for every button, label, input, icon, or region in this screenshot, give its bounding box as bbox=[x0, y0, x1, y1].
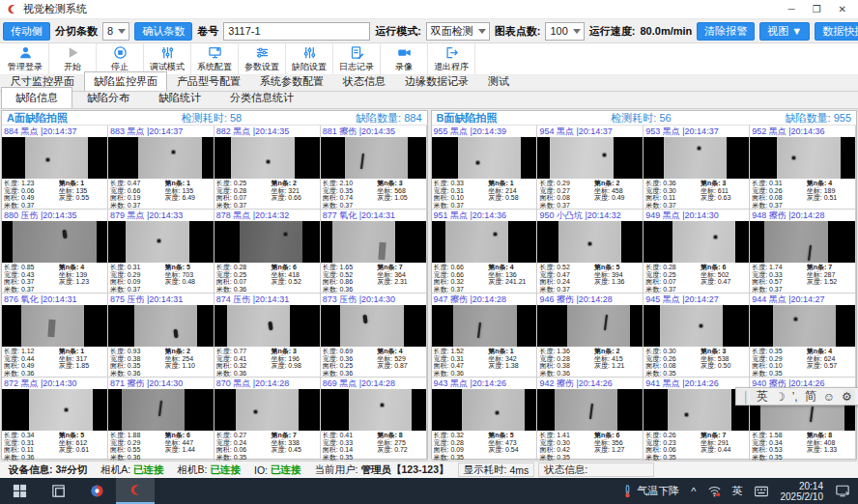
measure-line: 长度: 0.41 bbox=[323, 432, 378, 438]
measure-line: 宽度: 0.35 bbox=[323, 187, 378, 194]
panel-header: A面缺陷拍照检测耗时: 58缺陷数量: 884 bbox=[2, 111, 427, 126]
notification-center-icon[interactable] bbox=[831, 478, 854, 504]
ime-keyboard-icon[interactable] bbox=[750, 478, 773, 504]
defect-cell[interactable]: 883 黑点 |20:14:37长度: 0.47宽度: 0.66面积: 0.19… bbox=[108, 126, 214, 210]
tab-sub-0[interactable]: 缺陷信息 bbox=[1, 87, 72, 108]
defect-cell[interactable]: 941 黑点 |20:14:26长度: 0.26宽度: 0.23面积: 0.06… bbox=[644, 378, 750, 462]
defect-cell[interactable]: 870 黑点 |20:14:28长度: 0.27宽度: 0.24面积: 0.06… bbox=[214, 378, 321, 462]
action-monitor-button[interactable]: 系统配置 bbox=[191, 43, 239, 74]
defect-cell[interactable]: 948 擦伤 |20:14:28长度: 1.74宽度: 0.33面积: 0.57… bbox=[750, 210, 856, 294]
defect-cell[interactable]: 951 黑点 |20:14:36长度: 0.66宽度: 0.66面积: 0.32… bbox=[432, 210, 538, 294]
defect-cell[interactable]: 882 黑点 |20:14:35长度: 0.25宽度: 0.28面积: 0.07… bbox=[214, 126, 321, 210]
tray-expand-caret[interactable]: ^ bbox=[686, 478, 701, 504]
defect-cell[interactable]: 874 压伤 |20:14:31长度: 0.77宽度: 0.41面积: 0.32… bbox=[214, 294, 321, 378]
action-camera-button[interactable]: 录像 bbox=[381, 43, 428, 74]
tab-sub-2[interactable]: 缺陷统计 bbox=[144, 87, 215, 108]
defect-cell[interactable]: 942 擦伤 |20:14:26长度: 1.41宽度: 0.30面积: 0.42… bbox=[537, 378, 644, 462]
defect-position: 第n条: 7坐标: 287灰度: 1.52 bbox=[807, 264, 853, 293]
position-line: 第n条: 6 bbox=[594, 432, 641, 438]
defect-cell[interactable]: 880 压伤 |20:14:35长度: 0.85宽度: 0.43面积: 0.37… bbox=[2, 210, 108, 294]
maximize-button[interactable]: ❐ bbox=[813, 0, 821, 19]
defect-cell[interactable]: 873 压伤 |20:14:30长度: 0.69宽度: 0.36面积: 0.25… bbox=[321, 294, 427, 378]
ime-settings-icon[interactable]: ⚙ bbox=[842, 390, 852, 404]
defect-cell[interactable]: 947 擦伤 |20:14:28长度: 1.52宽度: 0.31面积: 0.47… bbox=[432, 294, 538, 378]
defect-cell[interactable]: 945 黑点 |20:14:27长度: 0.30宽度: 0.26面积: 0.08… bbox=[644, 294, 750, 378]
ime-lang-en[interactable]: 英 bbox=[757, 388, 768, 405]
language-indicator[interactable]: 英 bbox=[728, 478, 748, 504]
position-line: 第n条: 2 bbox=[165, 348, 212, 354]
defect-cell[interactable]: 943 黑点 |20:14:26长度: 0.32宽度: 0.28面积: 0.09… bbox=[432, 378, 538, 462]
minimize-button[interactable]: ─ bbox=[788, 0, 795, 19]
defect-position: 第n条: 8坐标: 275灰度: 0.72 bbox=[377, 432, 423, 461]
action-exit-button[interactable]: 退出程序 bbox=[428, 43, 475, 74]
defect-cell[interactable]: 878 黑点 |20:14:32长度: 0.28宽度: 0.25面积: 0.07… bbox=[214, 210, 321, 294]
action-sliders-v-button[interactable]: 调试模式 bbox=[144, 43, 191, 74]
defect-cell-header: 942 擦伤 |20:14:26 bbox=[537, 378, 643, 389]
defect-cell[interactable]: 944 黑点 |20:14:27长度: 0.35宽度: 0.29面积: 0.10… bbox=[750, 294, 856, 378]
roll-number-input[interactable] bbox=[223, 22, 370, 41]
drive-side-button[interactable]: 传动侧 bbox=[3, 22, 50, 41]
tab-main-4[interactable]: 状态信息 bbox=[333, 71, 395, 91]
ime-moon-icon[interactable]: ☽ bbox=[775, 390, 786, 404]
measure-line: 面积: 0.19 bbox=[110, 194, 165, 201]
run-mode-select[interactable]: 双面检测 bbox=[426, 22, 490, 41]
defect-measures: 长度: 0.28宽度: 0.25面积: 0.07米数: 0.37 bbox=[645, 264, 701, 293]
defect-cell-header: 952 黑点 |20:14:36 bbox=[750, 126, 855, 137]
action-play-button[interactable]: 开始 bbox=[49, 43, 97, 74]
defect-cell[interactable]: 884 黑点 |20:14:37长度: 1.23宽度: 0.06面积: 0.49… bbox=[2, 126, 108, 210]
position-line: 第n条: 8 bbox=[377, 432, 423, 438]
panel-header: B面缺陷拍照检测耗时: 56缺陷数量: 955 bbox=[432, 111, 857, 126]
task-view-button[interactable] bbox=[39, 478, 77, 504]
defect-cell[interactable]: 954 黑点 |20:14:37长度: 0.29宽度: 0.27面积: 0.08… bbox=[537, 126, 644, 210]
defect-cell[interactable]: 875 压伤 |20:14:31长度: 0.93宽度: 0.38面积: 0.35… bbox=[108, 294, 214, 378]
defect-cell[interactable]: 953 黑点 |20:14:37长度: 0.36宽度: 0.30面积: 0.11… bbox=[644, 126, 750, 210]
start-button[interactable] bbox=[0, 478, 39, 504]
action-sliders-h-button[interactable]: 参数设置 bbox=[239, 43, 286, 74]
slit-count-select[interactable]: 8 bbox=[102, 22, 129, 41]
tab-sub-1[interactable]: 缺陷分布 bbox=[72, 87, 144, 108]
data-quick-access-button[interactable]: 数据快捷访问 ▼ bbox=[815, 22, 858, 41]
view-menu-button[interactable]: 视图 ▼ bbox=[759, 22, 810, 41]
close-button[interactable]: ✕ bbox=[839, 0, 846, 19]
weather-widget[interactable]: 气温下降 bbox=[617, 478, 684, 504]
ime-simplified[interactable]: 简 bbox=[805, 388, 816, 405]
defect-cell-info: 长度: 0.47宽度: 0.66面积: 0.19米数: 0.37第n条: 1坐标… bbox=[108, 179, 214, 209]
defect-cell[interactable]: 869 黑点 |20:14:28长度: 0.41宽度: 0.33面积: 0.14… bbox=[321, 378, 427, 462]
defect-cell[interactable]: 881 擦伤 |20:14:35长度: 2.10宽度: 0.35面积: 0.74… bbox=[321, 126, 427, 210]
defect-cell-header: 883 黑点 |20:14:37 bbox=[108, 126, 214, 137]
defect-cell[interactable]: 946 擦伤 |20:14:28长度: 1.36宽度: 0.28面积: 0.38… bbox=[537, 294, 644, 378]
defect-cell[interactable]: 871 擦伤 |20:14:30长度: 1.88宽度: 0.29面积: 0.55… bbox=[108, 378, 214, 462]
defect-cell[interactable]: 949 黑点 |20:14:30长度: 0.28宽度: 0.25面积: 0.07… bbox=[644, 210, 750, 294]
defect-mark bbox=[47, 319, 55, 336]
exit-icon bbox=[444, 45, 459, 60]
defect-cell[interactable]: 872 黑点 |20:14:30长度: 0.34宽度: 0.31面积: 0.11… bbox=[2, 378, 108, 462]
defect-cell[interactable]: 877 氧化 |20:14:31长度: 1.65宽度: 0.52面积: 0.86… bbox=[321, 210, 427, 294]
defect-cell[interactable]: 950 小凸坑 |20:14:32长度: 0.52宽度: 0.47面积: 0.2… bbox=[537, 210, 644, 294]
network-icon[interactable] bbox=[703, 478, 726, 504]
confirm-count-button[interactable]: 确认条数 bbox=[134, 22, 192, 41]
speed-label: 运行速度: bbox=[589, 24, 636, 39]
defect-cell[interactable]: 955 黑点 |20:14:39长度: 0.33宽度: 0.31面积: 0.10… bbox=[432, 126, 538, 210]
tab-main-6[interactable]: 测试 bbox=[478, 71, 519, 91]
taskbar-clock[interactable]: 20:14 2025/2/10 bbox=[775, 481, 830, 502]
remote-app-icon[interactable] bbox=[77, 478, 116, 504]
defect-cell-header: 955 黑点 |20:14:39 bbox=[432, 126, 537, 137]
defect-cell[interactable]: 876 氧化 |20:14:31长度: 1.12宽度: 0.44面积: 0.49… bbox=[2, 294, 108, 378]
defect-cell-header: 944 黑点 |20:14:27 bbox=[750, 294, 855, 305]
tab-sub-3[interactable]: 分类信息统计 bbox=[215, 87, 308, 108]
defect-thumbnail bbox=[750, 305, 855, 348]
chart-points-select[interactable]: 100 bbox=[545, 22, 584, 41]
measure-line: 宽度: 0.25 bbox=[216, 271, 272, 278]
defect-cell[interactable]: 879 黑点 |20:14:33长度: 0.31宽度: 0.29面积: 0.09… bbox=[108, 210, 214, 294]
action-user-button[interactable]: 管理登录 bbox=[2, 43, 49, 74]
defect-cell[interactable]: 952 黑点 |20:14:36长度: 0.31宽度: 0.26面积: 0.08… bbox=[750, 126, 856, 210]
position-line: 坐标: 612 bbox=[59, 439, 105, 446]
action-sliders-v2-button[interactable]: 缺陷设置 bbox=[286, 43, 333, 74]
tab-main-5[interactable]: 边缘数据记录 bbox=[395, 71, 478, 91]
clear-alarm-button[interactable]: 清除报警 bbox=[697, 22, 755, 41]
ime-punct-icon[interactable]: ’, bbox=[792, 390, 798, 404]
ime-emoji-icon[interactable]: ☺ bbox=[823, 390, 835, 404]
action-log-button[interactable]: 日志记录 bbox=[333, 43, 381, 74]
inspection-app-taskbar-icon[interactable] bbox=[116, 478, 155, 504]
action-stop-button[interactable]: 停止 bbox=[97, 43, 144, 74]
